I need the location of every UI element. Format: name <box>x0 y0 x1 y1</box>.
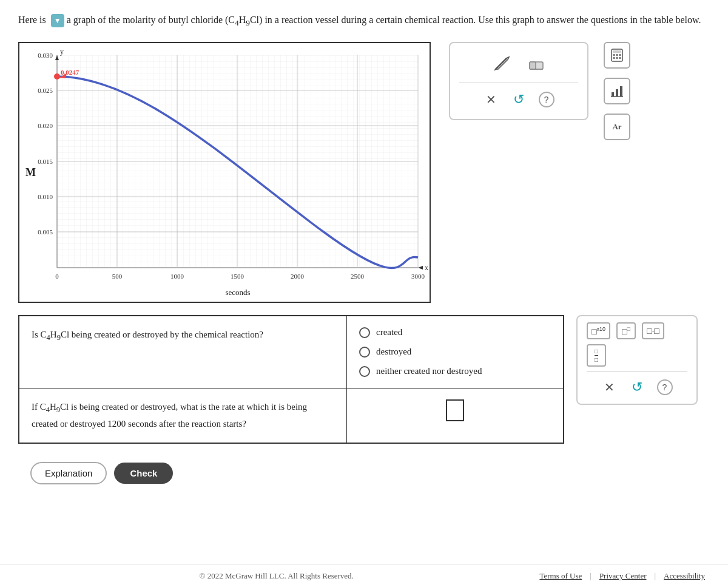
x-axis-title: seconds <box>225 288 250 297</box>
svg-rect-20 <box>613 54 615 56</box>
x-tick-3000: 3000 <box>411 273 425 280</box>
periodic-label: Ar <box>612 122 621 132</box>
calculator-icon <box>610 48 624 63</box>
check-button[interactable]: Check <box>114 463 173 484</box>
question-1: Is C4H9Cl being created or destroyed by … <box>19 316 347 388</box>
svg-rect-26 <box>612 92 614 97</box>
option-destroyed-label: destroyed <box>376 347 411 357</box>
y-tick-0005: 0.005 <box>38 228 53 236</box>
svg-rect-19 <box>613 50 621 53</box>
tool-action-row: ✕ ↺ ? <box>459 89 578 110</box>
svg-rect-28 <box>620 86 622 97</box>
x-tick-1500: 1500 <box>231 273 244 280</box>
fraction-btn[interactable]: □ □ <box>587 344 606 367</box>
math-undo-btn[interactable]: ↺ <box>629 377 645 398</box>
x-axis-label: x <box>425 263 428 272</box>
undo-tool-button[interactable]: ↺ <box>511 89 527 110</box>
intro-start: Here is <box>18 15 46 25</box>
radio-created[interactable] <box>359 327 370 338</box>
pencil-icon[interactable] <box>491 52 513 76</box>
highlight-label: 0.0247 <box>61 69 79 76</box>
copyright-text: © 2022 McGraw Hill LLC. All Rights Reser… <box>18 571 534 581</box>
y-axis-label: y <box>60 47 64 56</box>
option-neither-label: neither created nor destroyed <box>376 366 482 376</box>
graph-svg: 0.030 0.025 0.020 0.015 0.010 0.005 0 50… <box>19 43 432 304</box>
accessibility-link[interactable]: Accessibility <box>659 571 710 581</box>
intro-end: in a reaction vessel during a certain ch… <box>265 15 701 25</box>
graph-container: M <box>18 42 431 303</box>
footer: © 2022 McGraw Hill LLC. All Rights Reser… <box>0 565 728 587</box>
svg-rect-22 <box>619 54 621 56</box>
exponent-x10-btn[interactable]: □x10 <box>587 322 610 340</box>
pencil-svg <box>491 52 513 74</box>
math-action-row: ✕ ↺ ? <box>587 377 687 398</box>
math-help-btn[interactable]: ? <box>657 379 673 395</box>
tool-divider <box>459 83 578 83</box>
x-tick-2500: 2500 <box>351 273 365 280</box>
eraser-icon[interactable] <box>525 52 547 76</box>
intro-middle: a graph of the molarity of butyl chlorid… <box>67 15 223 25</box>
option-destroyed[interactable]: destroyed <box>359 347 551 358</box>
tool-icons-row <box>459 52 578 76</box>
svg-rect-23 <box>613 57 615 59</box>
calculator-button[interactable] <box>604 42 630 69</box>
eraser-svg <box>525 52 547 74</box>
bottom-bar: Explanation Check <box>18 453 710 494</box>
question-2: If C4H9Cl is being created or destroyed,… <box>19 389 347 443</box>
x-tick-2000: 2000 <box>291 273 305 280</box>
x-tick-500: 500 <box>112 273 123 280</box>
option-neither[interactable]: neither created nor destroyed <box>359 366 551 377</box>
answers-1: created destroyed neither created nor de… <box>347 316 563 388</box>
radio-destroyed[interactable] <box>359 347 370 358</box>
x-tick-0: 0 <box>55 273 59 280</box>
table-row-1: Is C4H9Cl being created or destroyed by … <box>19 316 563 389</box>
question-table: Is C4H9Cl being created or destroyed by … <box>18 315 564 444</box>
math-toolbar-row2: □ □ <box>587 344 687 367</box>
svg-rect-27 <box>616 89 618 97</box>
radio-neither[interactable] <box>359 366 370 377</box>
chart-button[interactable] <box>604 78 630 104</box>
math-close-btn[interactable]: ✕ <box>602 378 617 397</box>
svg-rect-21 <box>616 54 618 56</box>
square-btn[interactable]: □□ <box>616 322 636 340</box>
multiply-btn[interactable]: □·□ <box>642 322 664 339</box>
formula-text: (C4H9Cl) <box>225 15 265 25</box>
y-tick-0030: 0.030 <box>38 52 53 59</box>
math-toolbar-row1: □x10 □□ □·□ <box>587 322 687 340</box>
svg-rect-24 <box>616 57 618 59</box>
y-tick-0025: 0.025 <box>38 87 53 94</box>
y-tick-0020: 0.020 <box>38 122 53 129</box>
svg-rect-25 <box>619 57 621 59</box>
close-tool-button[interactable]: ✕ <box>484 90 499 109</box>
highlight-point <box>54 73 60 80</box>
math-toolbar: □x10 □□ □·□ □ □ ✕ ↺ ? <box>576 315 698 405</box>
content-row: M <box>18 42 710 303</box>
x-arrow <box>418 266 423 270</box>
math-divider <box>587 372 687 372</box>
footer-links: Terms of Use | Privacy Center | Accessib… <box>534 571 710 581</box>
option-created[interactable]: created <box>359 327 551 338</box>
privacy-center-link[interactable]: Privacy Center <box>595 571 652 581</box>
explanation-button[interactable]: Explanation <box>30 462 107 484</box>
terms-of-use-link[interactable]: Terms of Use <box>534 571 587 581</box>
right-sidebar: Ar <box>604 42 630 140</box>
answer-input-box[interactable] <box>446 399 464 421</box>
help-tool-button[interactable]: ? <box>539 92 554 107</box>
main-content: Here is ▼ a graph of the molarity of but… <box>0 0 728 571</box>
table-row-2: If C4H9Cl is being created or destroyed,… <box>19 389 563 443</box>
y-tick-0015: 0.015 <box>38 158 53 165</box>
intro-text: Here is ▼ a graph of the molarity of but… <box>18 12 710 30</box>
answer-input-cell <box>347 389 563 443</box>
graph-y-label: M <box>25 166 36 178</box>
drawing-tool-panel: ✕ ↺ ? <box>449 42 588 120</box>
dropdown-arrow[interactable]: ▼ <box>51 14 64 27</box>
y-tick-0010: 0.010 <box>38 193 53 200</box>
option-created-label: created <box>376 327 402 338</box>
svg-rect-16 <box>530 62 536 69</box>
chart-icon <box>610 84 624 98</box>
x-tick-1000: 1000 <box>170 273 184 280</box>
periodic-table-button[interactable]: Ar <box>604 114 630 140</box>
